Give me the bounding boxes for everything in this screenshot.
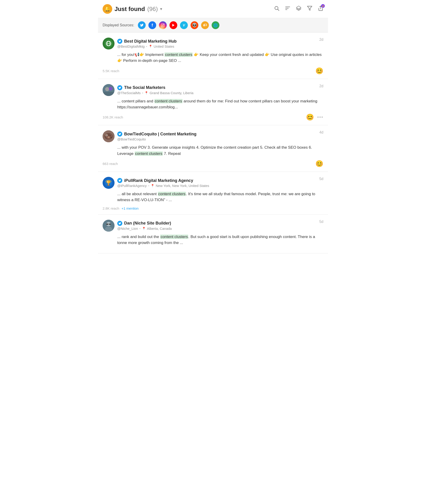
author-meta: @TheSocialMs • 📍 Grand Bassa County, Lib… [117,91,193,95]
author-location: Alberta, Canada [147,227,172,230]
reach-label: 2.8K reach [103,206,119,210]
author-meta: @BowTiedCoquito [117,137,197,141]
layers-icon[interactable] [296,6,301,12]
svg-rect-8 [161,24,164,27]
notification-badge: ⚡ [321,4,325,8]
author-section: 🦦 BowTiedCoquito | Content Marketing @Bo [103,130,197,142]
post-content: ... rank and build out the content clust… [117,234,323,246]
svg-marker-6 [307,6,312,10]
reach-label: 5.5K reach [103,69,119,73]
twitter-badge [117,85,122,90]
result-count: (96) [147,6,158,13]
dropdown-icon[interactable]: ▾ [160,7,162,11]
author-info: Best Digital Marketing Hub @BestDigitalM… [117,39,177,48]
post-actions: 😊 [315,67,323,75]
post-header: Dan (Niche Site Builder) @Niche_Lion • 📍… [103,220,323,232]
svg-text:🏆: 🏆 [105,180,112,186]
post-content: ... for you!📢👉 Implement content cluster… [117,52,323,64]
sources-bar: Displayed Sources: f V 👽 🏷 🌐 [98,18,328,33]
author-name: Best Digital Marketing Hub [124,39,177,44]
svg-line-1 [278,9,279,11]
header-left: 🔔 Just found (96) ▾ [103,4,162,14]
sort-icon[interactable] [285,6,291,12]
avatar: 🏆 [103,177,114,189]
author-handle: @iPullRankAgency [117,184,147,188]
author-section: 🏆 iPullRank Digital Marketing Agency @iP [103,177,209,189]
location-icon: 📍 [142,227,146,230]
post-time: 2d [319,84,323,88]
avatar: 🦦 [103,130,114,142]
source-facebook[interactable]: f [149,21,156,29]
author-handle: @BowTiedCoquito [117,137,146,141]
source-twitter[interactable] [138,21,146,29]
post-card: 🏆 iPullRank Digital Marketing Agency @iP [98,172,328,215]
author-meta: @iPullRankAgency • 📍 New York, New York,… [117,184,209,188]
source-instagram[interactable] [159,21,167,29]
post-time: 4d [319,130,323,135]
reach-label: 108.2K reach [103,115,123,119]
content-before: ... content pillars and [117,99,154,103]
highlighted-term: content clusters [158,192,186,196]
source-product[interactable]: 🏷 [201,21,209,29]
sentiment-icon[interactable]: 😊 [315,67,323,75]
author-location: New York, New York, United States [156,184,209,188]
post-footer: 2.8K reach +1 mention [103,206,323,210]
source-youtube[interactable] [170,21,177,29]
author-meta: @Niche_Lion • 📍 Alberta, Canada [117,227,172,230]
post-time: 5d [319,220,323,224]
page-title: Just found [114,6,145,13]
highlighted-term: content clusters [135,151,163,156]
author-info: BowTiedCoquito | Content Marketing @BowT… [117,132,197,141]
mention-link[interactable]: +1 mention [122,206,139,210]
post-content: ... with your POV 3. Generate unique ins… [117,145,323,157]
share-icon[interactable]: ⚡ [318,6,323,12]
author-section: The Social Marketers @TheSocialMs • 📍 Gr… [103,84,193,96]
post-header: 🦦 BowTiedCoquito | Content Marketing @Bo [103,130,323,142]
header: 🔔 Just found (96) ▾ [98,0,328,18]
author-name: iPullRank Digital Marketing Agency [124,178,193,183]
svg-rect-31 [109,224,111,225]
sentiment-icon[interactable]: 😊 [306,114,314,121]
reach-section: 2.8K reach +1 mention [103,206,139,210]
author-handle: @BestDigitalMktg [117,44,144,48]
post-card: Best Digital Marketing Hub @BestDigitalM… [98,33,328,79]
location-icon: 📍 [149,45,152,48]
post-card: 🦦 BowTiedCoquito | Content Marketing @Bo [98,125,328,172]
svg-marker-11 [172,24,174,27]
author-info: Dan (Niche Site Builder) @Niche_Lion • 📍… [117,221,172,230]
location-icon: 📍 [144,91,148,95]
post-header: The Social Marketers @TheSocialMs • 📍 Gr… [103,84,323,96]
author-handle: @TheSocialMs [117,91,141,95]
author-name: Dan (Niche Site Builder) [124,221,171,226]
reach-label: 663 reach [103,162,118,166]
post-content: ... all be about relevant content cluste… [117,191,323,203]
avatar [103,84,114,96]
filter-icon[interactable] [307,6,312,12]
sentiment-icon[interactable]: 😊 [315,160,323,167]
svg-rect-19 [103,92,114,96]
content-before: ... for you!📢👉 Implement [117,52,164,57]
post-card: Dan (Niche Site Builder) @Niche_Lion • 📍… [98,215,328,254]
source-web[interactable]: 🌐 [212,21,220,29]
header-actions: ⚡ [274,6,323,12]
post-footer: 663 reach 😊 [103,160,323,167]
posts-list: Best Digital Marketing Hub @BestDigitalM… [98,33,328,253]
location-icon: 📍 [151,184,154,187]
author-section: Best Digital Marketing Hub @BestDigitalM… [103,38,177,50]
twitter-badge [117,221,122,226]
svg-point-10 [163,24,164,25]
search-icon[interactable] [274,6,279,12]
twitter-badge [117,39,122,44]
svg-point-18 [109,87,113,91]
svg-rect-30 [106,224,108,225]
author-info: The Social Marketers @TheSocialMs • 📍 Gr… [117,85,193,95]
svg-text:🦦: 🦦 [104,132,113,140]
post-card: The Social Marketers @TheSocialMs • 📍 Gr… [98,79,328,126]
post-actions: 😊 ••• [306,114,323,121]
source-reddit[interactable]: 👽 [191,21,198,29]
post-time: 2d [319,38,323,42]
author-name: BowTiedCoquito | Content Marketing [124,132,197,136]
author-name: The Social Marketers [124,85,165,90]
source-vimeo[interactable]: V [180,21,188,29]
more-options-icon[interactable]: ••• [317,114,323,120]
